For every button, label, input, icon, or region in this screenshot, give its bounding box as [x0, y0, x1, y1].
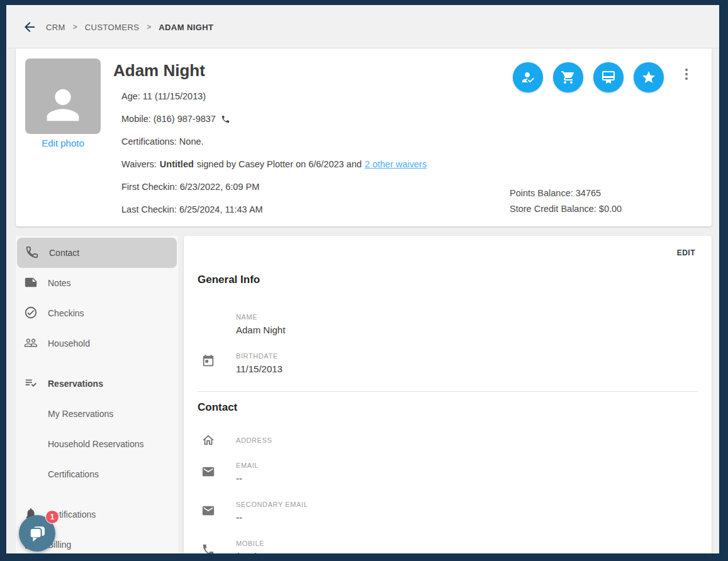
address-field: ADDRESS — [236, 436, 272, 447]
mobile-field: MOBILE (816) 987-9837 — [236, 539, 301, 553]
more-options-button[interactable] — [681, 65, 692, 84]
app-window: CRM > CUSTOMERS > ADAM NIGHT Edit photo … — [6, 5, 719, 553]
waivers-middle: signed by Casey Plotter on 6/6/2023 and — [197, 159, 362, 169]
rewards-button[interactable] — [634, 62, 664, 92]
note-icon — [24, 275, 39, 291]
sidebar-item-reservations[interactable]: Reservations — [16, 369, 178, 399]
check-circle-icon — [24, 306, 39, 321]
sidebar-item-certifications[interactable]: Certifications — [16, 459, 178, 489]
header-actions — [513, 62, 664, 92]
email-field: EMAIL -- — [236, 461, 259, 485]
points-balance: Points Balance: 34765 — [510, 186, 622, 201]
first-checkin-line: First Checkin: 6/23/2022, 6:09 PM — [121, 175, 427, 198]
breadcrumb-separator: > — [73, 23, 77, 31]
breadcrumb-crm[interactable]: CRM — [46, 23, 65, 32]
sidebar-item-contact[interactable]: Contact — [17, 238, 177, 268]
home-icon — [201, 433, 216, 448]
last-checkin-line: Last Checkin: 6/25/2024, 11:43 AM — [121, 198, 427, 221]
general-info-title: General Info — [198, 274, 260, 286]
sidebar-item-household-reservations[interactable]: Household Reservations — [16, 429, 178, 459]
sidebar-item-notes[interactable]: Notes — [16, 268, 178, 298]
point-of-sale-button[interactable] — [553, 62, 583, 92]
other-waivers-link[interactable]: 2 other waivers — [365, 159, 427, 169]
section-divider — [198, 391, 698, 392]
edit-photo-link[interactable]: Edit photo — [25, 138, 101, 148]
checklist-icon — [24, 376, 39, 391]
breadcrumb-bar: CRM > CUSTOMERS > ADAM NIGHT — [6, 5, 719, 48]
breadcrumb: CRM > CUSTOMERS > ADAM NIGHT — [22, 18, 213, 36]
customer-name: Adam Night — [113, 61, 205, 81]
phone-icon — [201, 543, 216, 553]
customer-sidebar: Contact Notes Checkins Household Reserva… — [16, 236, 178, 553]
sidebar-item-household[interactable]: Household — [16, 328, 178, 358]
back-button[interactable] — [22, 19, 38, 35]
mail-icon — [201, 504, 216, 519]
contact-title: Contact — [198, 401, 237, 414]
phone-icon — [25, 245, 40, 260]
contact-panel: EDIT General Info NAME Adam Night BIRTHD… — [184, 236, 712, 553]
sidebar-item-checkins[interactable]: Checkins — [16, 298, 178, 328]
edit-button[interactable]: EDIT — [677, 248, 695, 257]
membership-card-icon — [601, 70, 616, 85]
sidebar-spacer — [16, 358, 178, 369]
breadcrumb-separator: > — [147, 23, 151, 31]
star-icon — [641, 70, 656, 85]
chat-bubbles-icon — [27, 523, 47, 543]
balances: Points Balance: 34765 Store Credit Balan… — [510, 186, 622, 217]
customer-header-card: Edit photo Adam Night Age: 11 (11/15/201… — [16, 48, 712, 226]
checkin-customer-button[interactable] — [513, 62, 543, 92]
certifications-line: Certifications: None. — [121, 130, 427, 153]
store-credit-balance: Store Credit Balance: $0.00 — [510, 201, 622, 217]
call-icon[interactable] — [221, 114, 230, 124]
waivers-prefix: Waivers: — [121, 159, 157, 169]
sidebar-spacer — [16, 489, 178, 499]
customer-summary: Age: 11 (11/15/2013) Mobile: (816) 987-9… — [121, 85, 427, 221]
waiver-title: Untitled — [160, 159, 194, 169]
breadcrumb-customers[interactable]: CUSTOMERS — [85, 23, 139, 32]
memberships-button[interactable] — [593, 62, 624, 92]
calendar-icon — [201, 354, 216, 369]
customer-avatar — [25, 58, 101, 134]
arrow-left-icon — [22, 19, 37, 35]
name-field: NAME Adam Night — [236, 313, 285, 336]
mobile-line: Mobile: (816) 987-9837 — [121, 108, 427, 130]
waivers-line: Waivers: Untitled signed by Casey Plotte… — [121, 153, 427, 175]
chat-unread-badge: 1 — [45, 510, 59, 524]
secondary-email-field: SECONDARY EMAIL -- — [236, 500, 308, 524]
mobile-text: Mobile: (816) 987-9837 — [121, 114, 216, 124]
mail-icon — [201, 465, 216, 480]
people-icon — [24, 336, 39, 351]
age-line: Age: 11 (11/15/2013) — [121, 85, 427, 108]
person-icon — [39, 81, 87, 129]
breadcrumb-current-customer: ADAM NIGHT — [159, 23, 213, 32]
sidebar-item-my-reservations[interactable]: My Reservations — [16, 399, 178, 429]
person-check-icon — [520, 70, 535, 85]
cart-icon — [561, 70, 576, 85]
birthdate-field: BIRTHDATE 11/15/2013 — [236, 352, 283, 375]
